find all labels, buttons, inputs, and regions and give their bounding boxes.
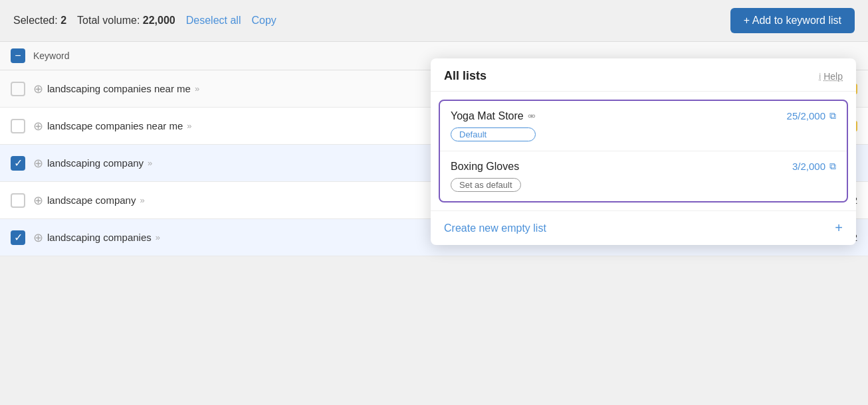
row-checkbox-4[interactable] [11, 193, 25, 208]
list-item-left: Boxing Gloves Set as default [451, 161, 521, 192]
selected-info: Selected: 2 [13, 15, 66, 27]
create-new-plus-icon: + [835, 220, 843, 236]
list-name: Yoga Mat Store ⚮ [451, 110, 536, 122]
chevrons-icon: » [140, 195, 144, 205]
sync-icon: ⚮ [528, 111, 536, 121]
chevrons-icon: » [148, 158, 152, 168]
info-icon: i [819, 71, 821, 81]
row-checkbox-1[interactable] [11, 82, 25, 96]
select-all-checkbox[interactable]: − [11, 48, 25, 63]
dropdown-title: All lists [444, 69, 487, 83]
external-link-icon[interactable]: ⧉ [829, 110, 836, 121]
add-icon: ⊕ [33, 230, 43, 245]
keyword-list-dropdown: All lists i Help Yoga Mat Store ⚮ Defaul… [431, 58, 856, 245]
add-to-keyword-list-button[interactable]: + Add to keyword list [730, 8, 855, 33]
chevrons-icon: » [195, 84, 199, 94]
add-icon: ⊕ [33, 193, 43, 208]
top-bar: Selected: 2 Total volume: 22,000 Deselec… [0, 0, 868, 42]
add-icon: ⊕ [33, 82, 43, 96]
keyword-text: landscape company [47, 195, 136, 206]
help-link[interactable]: i Help [819, 71, 843, 82]
list-name: Boxing Gloves [451, 161, 521, 173]
list-item-boxing-gloves[interactable]: Boxing Gloves Set as default 3/2,000 ⧉ [440, 151, 847, 201]
list-item-left: Yoga Mat Store ⚮ Default [451, 110, 536, 141]
list-meta: 25/2,000 ⧉ [787, 110, 836, 121]
row-checkbox-2[interactable] [11, 119, 25, 133]
list-count: 3/2,000 [792, 161, 825, 172]
keyword-text: landscaping company [47, 157, 144, 169]
add-icon: ⊕ [33, 119, 43, 133]
list-item-yoga-mat-store[interactable]: Yoga Mat Store ⚮ Default 25/2,000 ⧉ [440, 101, 847, 151]
create-new-list-row[interactable]: Create new empty list + [431, 210, 856, 245]
chevrons-icon: » [156, 232, 160, 242]
default-tag[interactable]: Default [451, 127, 536, 141]
keyword-text: landscape companies near me [47, 120, 183, 131]
keyword-text: landscaping companies near me [47, 83, 191, 94]
set-default-tag[interactable]: Set as default [451, 178, 521, 192]
external-link-icon[interactable]: ⧉ [829, 161, 836, 172]
help-label: Help [823, 71, 843, 82]
row-checkbox-5[interactable]: ✓ [11, 230, 25, 245]
dropdown-header: All lists i Help [431, 58, 856, 92]
add-icon: ⊕ [33, 156, 43, 171]
deselect-all-link[interactable]: Deselect all [186, 15, 241, 27]
copy-link[interactable]: Copy [251, 15, 276, 27]
row-checkbox-3[interactable]: ✓ [11, 156, 25, 171]
keyword-column-header: Keyword [33, 50, 69, 61]
create-new-label: Create new empty list [444, 222, 546, 234]
chevrons-icon: » [187, 121, 191, 131]
keyword-text: landscaping companies [47, 232, 152, 243]
list-count: 25/2,000 [787, 110, 825, 121]
lists-section: Yoga Mat Store ⚮ Default 25/2,000 ⧉ Boxi… [439, 100, 848, 202]
total-volume-info: Total volume: 22,000 [77, 15, 175, 27]
list-meta: 3/2,000 ⧉ [792, 161, 836, 172]
